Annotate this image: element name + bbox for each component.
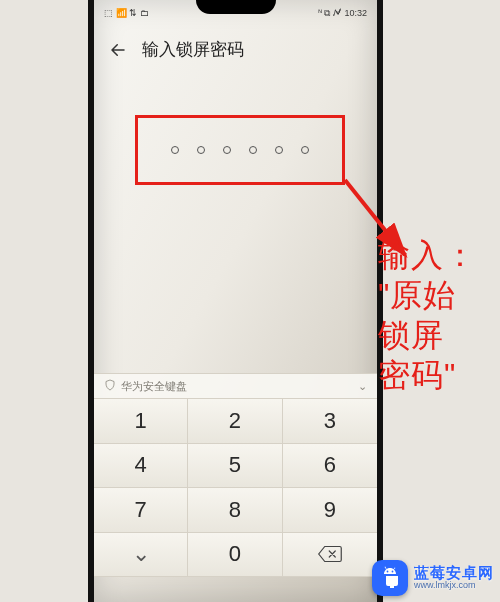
key-2[interactable]: 2	[188, 399, 282, 444]
key-6[interactable]: 6	[283, 444, 377, 489]
pin-dot	[171, 146, 179, 154]
annotation-text: 输入： "原始 锁屏 密码"	[378, 235, 488, 395]
android-robot-icon	[372, 560, 408, 596]
back-button[interactable]	[108, 40, 128, 60]
shield-icon	[104, 379, 116, 393]
key-8[interactable]: 8	[188, 488, 282, 533]
annotation-line: "原始	[378, 275, 488, 315]
pin-dot	[223, 146, 231, 154]
page-title: 输入锁屏密码	[142, 38, 244, 61]
key-4[interactable]: 4	[94, 444, 188, 489]
pin-dot	[197, 146, 205, 154]
pin-entry[interactable]	[135, 115, 345, 185]
watermark-brand: 蓝莓安卓网	[414, 565, 494, 581]
svg-point-2	[392, 571, 394, 573]
key-collapse[interactable]: ⌄	[94, 533, 188, 578]
key-9[interactable]: 9	[283, 488, 377, 533]
display-notch	[196, 0, 276, 14]
annotation-line: 输入：	[378, 235, 488, 275]
watermark-url: www.lmkjx.com	[414, 581, 494, 590]
key-5[interactable]: 5	[188, 444, 282, 489]
annotation-line: 密码"	[378, 355, 488, 395]
watermark: 蓝莓安卓网 www.lmkjx.com	[372, 560, 494, 596]
pin-dot	[301, 146, 309, 154]
status-right-icons: ᴺ ⧉ 🗲 10:32	[318, 8, 367, 19]
numeric-keypad: 1 2 3 4 5 6 7 8 9 ⌄ 0	[94, 399, 377, 577]
pin-dot	[275, 146, 283, 154]
backspace-icon	[317, 545, 343, 563]
annotation-line: 锁屏	[378, 315, 488, 355]
key-7[interactable]: 7	[94, 488, 188, 533]
key-3[interactable]: 3	[283, 399, 377, 444]
key-backspace[interactable]	[283, 533, 377, 578]
keyboard-label-bar[interactable]: 华为安全键盘 ⌄	[94, 373, 377, 399]
svg-point-1	[387, 571, 389, 573]
chevron-down-icon: ⌄	[358, 380, 367, 393]
key-0[interactable]: 0	[188, 533, 282, 578]
header: 输入锁屏密码	[94, 30, 377, 69]
key-1[interactable]: 1	[94, 399, 188, 444]
arrow-left-icon	[109, 41, 127, 59]
status-left-icons: ⬚ 📶 ⇅ 🗀	[104, 8, 149, 18]
pin-dot	[249, 146, 257, 154]
keyboard-label-text: 华为安全键盘	[121, 379, 187, 394]
